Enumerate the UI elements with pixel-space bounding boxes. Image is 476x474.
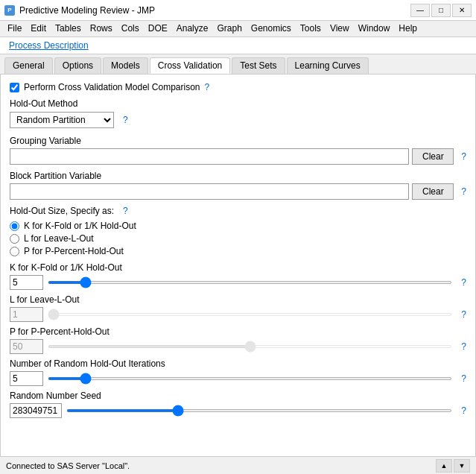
menu-edit[interactable]: Edit — [26, 22, 51, 35]
random-iterations-input[interactable] — [10, 371, 43, 386]
block-partition-input[interactable] — [10, 183, 409, 200]
random-iterations-help-icon[interactable]: ? — [461, 373, 466, 384]
k-fold-slider-row: ? — [10, 275, 466, 290]
hold-out-radio-group: K for K-Fold or 1/K Hold-Out L for Leave… — [10, 221, 466, 256]
menu-bar: File Edit Tables Rows Cols DOE Analyze G… — [0, 21, 476, 37]
radio-kfold-label: K for K-Fold or 1/K Hold-Out — [24, 221, 136, 231]
leave-l-slider-row: ? — [10, 307, 466, 322]
scroll-down-button[interactable]: ▼ — [454, 459, 470, 473]
hold-out-method-help-icon[interactable]: ? — [123, 115, 128, 125]
window-title: Predictive Modeling Review - JMP — [19, 5, 410, 16]
tabs-bar: General Options Models Cross Validation … — [0, 54, 476, 75]
radio-kfold-row: K for K-Fold or 1/K Hold-Out — [10, 221, 466, 231]
menu-tables[interactable]: Tables — [51, 22, 86, 35]
menu-help[interactable]: Help — [394, 22, 422, 35]
perform-cv-checkbox[interactable] — [10, 83, 19, 92]
hold-out-method-row: Random Partition Leave-One-Out K-Fold ? — [10, 112, 466, 128]
menu-tools[interactable]: Tools — [296, 22, 326, 35]
grouping-variable-label: Grouping Variable — [10, 136, 466, 146]
random-seed-input[interactable] — [10, 403, 62, 418]
menu-file[interactable]: File — [3, 22, 26, 35]
random-seed-help-icon[interactable]: ? — [461, 405, 466, 416]
tab-cross-validation[interactable]: Cross Validation — [150, 57, 230, 74]
random-iterations-slider[interactable] — [48, 377, 452, 380]
radio-percent-row: P for P-Percent-Hold-Out — [10, 246, 466, 256]
menu-analyze[interactable]: Analyze — [172, 22, 213, 35]
tab-test-sets[interactable]: Test Sets — [232, 57, 285, 74]
grouping-variable-row: Clear ? — [10, 148, 466, 165]
random-seed-slider[interactable] — [66, 409, 452, 412]
hold-out-size-label: Hold-Out Size, Specify as: — [10, 206, 114, 216]
block-partition-row: Clear ? — [10, 183, 466, 200]
perform-cv-row: Perform Cross Validation Model Compariso… — [10, 82, 466, 92]
status-bar: Connected to SAS Server "Local". ▲ ▼ — [0, 456, 476, 474]
random-seed-slider-row: ? — [10, 403, 466, 418]
grouping-variable-input[interactable] — [10, 148, 409, 165]
radio-leave-l-label: L for Leave-L-Out — [24, 233, 94, 244]
cv-help-icon[interactable]: ? — [205, 82, 210, 92]
menu-rows[interactable]: Rows — [86, 22, 117, 35]
p-percent-slider[interactable] — [48, 345, 452, 348]
radio-p-percent[interactable] — [10, 247, 19, 256]
menu-view[interactable]: View — [326, 22, 354, 35]
hold-out-method-select[interactable]: Random Partition Leave-One-Out K-Fold — [10, 112, 114, 128]
p-percent-help-icon[interactable]: ? — [461, 341, 466, 352]
radio-leave-l[interactable] — [10, 234, 19, 244]
hold-out-size-row: Hold-Out Size, Specify as: ? — [10, 206, 466, 216]
grouping-variable-help-icon[interactable]: ? — [461, 151, 466, 162]
menu-cols[interactable]: Cols — [117, 22, 144, 35]
status-controls: ▲ ▼ — [436, 459, 470, 473]
k-fold-input[interactable] — [10, 275, 43, 290]
window-controls: — □ ✕ — [410, 4, 472, 17]
menu-genomics[interactable]: Genomics — [247, 22, 296, 35]
content-area: Perform Cross Validation Model Compariso… — [0, 75, 476, 474]
leave-l-help-icon[interactable]: ? — [461, 309, 466, 320]
random-iterations-label: Number of Random Hold-Out Iterations — [10, 358, 466, 369]
p-percent-slider-row: ? — [10, 339, 466, 354]
minimize-button[interactable]: — — [410, 4, 430, 17]
tab-models[interactable]: Models — [103, 57, 148, 74]
hold-out-method-label: Hold-Out Method — [10, 98, 466, 109]
scroll-up-button[interactable]: ▲ — [436, 459, 452, 473]
block-partition-clear-button[interactable]: Clear — [412, 183, 454, 200]
title-bar: P Predictive Modeling Review - JMP — □ ✕ — [0, 0, 476, 21]
menu-doe[interactable]: DOE — [144, 22, 172, 35]
tab-options[interactable]: Options — [54, 57, 101, 74]
menu-window[interactable]: Window — [354, 22, 395, 35]
radio-leave-l-row: L for Leave-L-Out — [10, 233, 466, 244]
tab-general[interactable]: General — [4, 57, 53, 74]
process-description-link[interactable]: Process Description — [3, 37, 476, 54]
block-partition-help-icon[interactable]: ? — [461, 186, 466, 197]
main-window: P Predictive Modeling Review - JMP — □ ✕… — [0, 0, 476, 474]
radio-p-percent-label: P for P-Percent-Hold-Out — [24, 246, 124, 256]
p-percent-label: P for P-Percent-Hold-Out — [10, 326, 466, 337]
block-partition-label: Block Partition Variable — [10, 171, 466, 181]
status-text: Connected to SAS Server "Local". — [6, 461, 130, 470]
leave-l-label: L for Leave-L-Out — [10, 294, 466, 305]
radio-kfold[interactable] — [10, 221, 19, 231]
leave-l-input[interactable] — [10, 307, 43, 322]
close-button[interactable]: ✕ — [452, 4, 472, 17]
k-fold-help-icon[interactable]: ? — [461, 277, 466, 288]
menu-graph[interactable]: Graph — [212, 22, 246, 35]
k-fold-label: K for K-Fold or 1/K Hold-Out — [10, 262, 466, 273]
tab-learning-curves[interactable]: Learning Curves — [287, 57, 369, 74]
hold-out-size-help-icon[interactable]: ? — [123, 206, 128, 216]
random-seed-label: Random Number Seed — [10, 391, 466, 401]
maximize-button[interactable]: □ — [431, 4, 451, 17]
leave-l-slider[interactable] — [48, 313, 452, 316]
perform-cv-label: Perform Cross Validation Model Compariso… — [24, 82, 200, 92]
p-percent-input[interactable] — [10, 339, 43, 354]
grouping-variable-clear-button[interactable]: Clear — [412, 148, 454, 165]
app-icon: P — [4, 5, 15, 16]
random-iterations-slider-row: ? — [10, 371, 466, 386]
k-fold-slider[interactable] — [48, 281, 452, 284]
